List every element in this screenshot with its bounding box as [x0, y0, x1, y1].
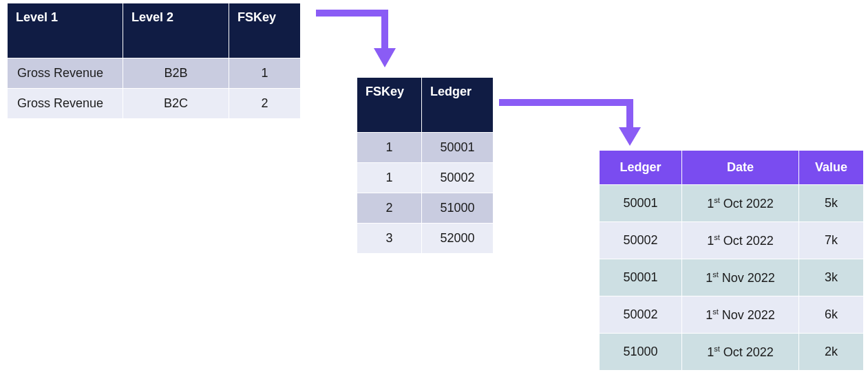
- hdr-fskey: FSKey: [229, 3, 301, 58]
- cell-value: 3k: [799, 259, 864, 296]
- cell-value: 5k: [799, 185, 864, 222]
- table-row: 1 50002: [357, 163, 494, 193]
- cell-level2: B2B: [123, 58, 229, 89]
- cell-value: 2k: [799, 334, 864, 371]
- cell-ledger: 50001: [422, 133, 494, 163]
- cell-level2: B2C: [123, 89, 229, 119]
- cell-ledger: 51000: [422, 193, 494, 224]
- cell-fskey: 1: [229, 58, 301, 89]
- table-row: 2 51000: [357, 193, 494, 224]
- transactions-table: Ledger Date Value 50001 1st Oct 2022 5k …: [599, 150, 864, 371]
- table-row: Gross Revenue B2C 2: [8, 89, 301, 119]
- cell-ledger: 50001: [600, 185, 682, 222]
- cell-ledger: 50002: [600, 296, 682, 334]
- arrow-icon: [499, 96, 650, 151]
- cell-date: 1st Oct 2022: [682, 222, 799, 259]
- table-row: Gross Revenue B2B 1: [8, 58, 301, 89]
- cell-fskey: 1: [357, 133, 422, 163]
- cell-fskey: 2: [357, 193, 422, 224]
- cell-date: 1st Oct 2022: [682, 185, 799, 222]
- hdr-level2: Level 2: [123, 3, 229, 58]
- cell-level1: Gross Revenue: [8, 89, 123, 119]
- table-row: 50001 1st Nov 2022 3k: [600, 259, 864, 296]
- table-row: 51000 1st Oct 2022 2k: [600, 334, 864, 371]
- cell-fskey: 2: [229, 89, 301, 119]
- hierarchy-table: Level 1 Level 2 FSKey Gross Revenue B2B …: [7, 3, 301, 119]
- cell-value: 7k: [799, 222, 864, 259]
- cell-level1: Gross Revenue: [8, 58, 123, 89]
- cell-fskey: 1: [357, 163, 422, 193]
- hdr-value: Value: [799, 151, 864, 185]
- cell-date: 1st Nov 2022: [682, 296, 799, 334]
- table-row: 50002 1st Nov 2022 6k: [600, 296, 864, 334]
- table-row: 3 52000: [357, 224, 494, 254]
- mapping-table: FSKey Ledger 1 50001 1 50002 2 51000 3 5…: [357, 77, 494, 254]
- cell-ledger: 50002: [600, 222, 682, 259]
- table-row: 50001 1st Oct 2022 5k: [600, 185, 864, 222]
- hdr-fskey: FSKey: [357, 78, 422, 133]
- cell-fskey: 3: [357, 224, 422, 254]
- hdr-ledger: Ledger: [422, 78, 494, 133]
- cell-date: 1st Nov 2022: [682, 259, 799, 296]
- hdr-date: Date: [682, 151, 799, 185]
- hdr-ledger: Ledger: [600, 151, 682, 185]
- hdr-level1: Level 1: [8, 3, 123, 58]
- cell-date: 1st Oct 2022: [682, 334, 799, 371]
- cell-ledger: 51000: [600, 334, 682, 371]
- cell-ledger: 50001: [600, 259, 682, 296]
- cell-ledger: 52000: [422, 224, 494, 254]
- table-row: 50002 1st Oct 2022 7k: [600, 222, 864, 259]
- cell-value: 6k: [799, 296, 864, 334]
- table-row: 1 50001: [357, 133, 494, 163]
- arrow-icon: [316, 7, 405, 76]
- cell-ledger: 50002: [422, 163, 494, 193]
